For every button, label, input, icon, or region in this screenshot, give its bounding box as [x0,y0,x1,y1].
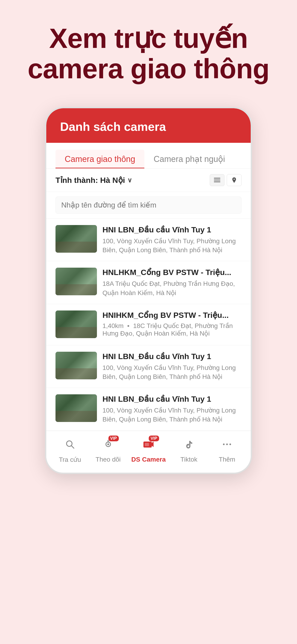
filter-row: Tỉnh thành: Hà Nội ∨ [46,168,251,192]
camera-item[interactable]: HNI LBN_Đầu cầu Vĩnh Tuy 1 100, Vòng Xuy… [46,218,251,261]
camera-info: HNLHKM_Cổng BV PSTW - Triệu... 18A Triệu… [102,268,242,297]
camera-item[interactable]: HNLHKM_Cổng BV PSTW - Triệu... 18A Triệu… [46,261,251,304]
nav-item-them[interactable]: Thêm [212,438,242,464]
svg-point-12 [230,444,231,445]
camera-info: HNIHKM_Cổng BV PSTW - Triệu... 1,40km • … [102,310,242,338]
camera-thumbnail [56,394,97,422]
svg-line-4 [71,446,74,448]
view-icons [210,174,242,186]
phone-header-title: Danh sách camera [60,120,237,134]
svg-point-11 [226,444,228,445]
camera-item[interactable]: HNIHKM_Cổng BV PSTW - Triệu... 1,40km • … [46,304,251,345]
chevron-down-icon: ∨ [127,176,132,184]
nav-item-ds-camera[interactable]: VIP DS Camera [131,438,166,464]
camera-list: HNI LBN_Đầu cầu Vĩnh Tuy 1 100, Vòng Xuy… [46,218,251,431]
nav-item-theo-doi[interactable]: VIP Theo dõi [93,438,123,464]
camera-thumbnail [56,352,97,379]
phone-header: Danh sách camera [46,108,251,143]
phone-mockup: Danh sách camera Camera giao thông Camer… [45,107,252,474]
camera-thumbnail [56,225,97,253]
camera-thumbnail [56,268,97,295]
hero-title: Xem trực tuyến camera giao thông [28,23,269,84]
vip-badge: VIP [149,436,159,442]
search-bar [46,192,251,218]
tab-penalty[interactable]: Camera phạt nguội [144,150,234,168]
svg-rect-0 [214,178,220,178]
more-icon [222,439,232,452]
search-input[interactable] [56,196,242,214]
svg-rect-9 [145,443,149,446]
map-view-button[interactable] [227,174,242,186]
list-view-button[interactable] [210,174,224,186]
camera-info: HNI LBN_Đầu cầu Vĩnh Tuy 1 100, Vòng Xuy… [102,352,242,381]
camera-item[interactable]: HNI LBN_Đầu cầu Vĩnh Tuy 1 100, Vòng Xuy… [46,388,251,430]
camera-info: HNI LBN_Đầu cầu Vĩnh Tuy 1 100, Vòng Xuy… [102,225,242,254]
camera-info: HNI LBN_Đầu cầu Vĩnh Tuy 1 100, Vòng Xuy… [102,394,242,424]
province-selector[interactable]: Tỉnh thành: Hà Nội ∨ [56,176,132,185]
camera-thumbnail [56,310,97,338]
svg-point-10 [223,444,225,445]
bottom-nav: Tra cứu VIP Theo dõi [46,431,251,473]
tabs-container: Camera giao thông Camera phạt nguội [46,143,251,168]
svg-point-6 [107,444,109,445]
nav-item-tiktok[interactable]: Tiktok [174,438,204,464]
tiktok-icon [184,439,194,452]
search-icon [65,439,75,452]
tab-traffic[interactable]: Camera giao thông [56,150,144,168]
vip-badge: VIP [108,436,119,442]
svg-rect-1 [214,180,220,180]
nav-item-search[interactable]: Tra cứu [55,438,85,464]
svg-rect-2 [214,182,220,182]
camera-item[interactable]: HNI LBN_Đầu cầu Vĩnh Tuy 1 100, Vòng Xuy… [46,345,251,388]
